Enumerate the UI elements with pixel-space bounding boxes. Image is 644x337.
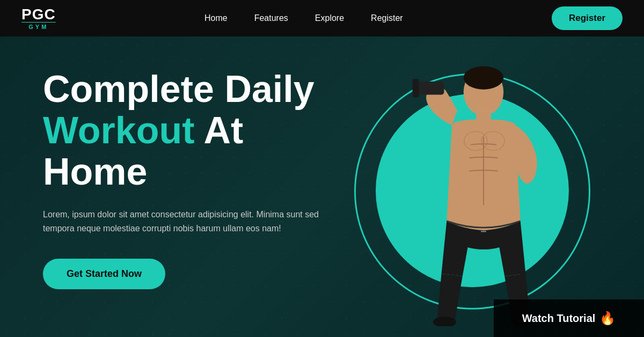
register-button[interactable]: Register — [552, 6, 623, 30]
athlete-figure — [371, 53, 596, 326]
nav-item-features[interactable]: Features — [254, 13, 288, 23]
navbar: PGC GYM Home Features Explore Register R… — [0, 0, 644, 36]
hero-content: Complete Daily Workout At Home Lorem, ip… — [43, 69, 333, 289]
hero-image-area — [333, 47, 612, 326]
logo: PGC GYM — [21, 7, 56, 30]
nav-link-features[interactable]: Features — [254, 13, 288, 23]
hero-title: Complete Daily Workout At Home — [43, 69, 333, 193]
fire-icon: 🔥 — [599, 311, 616, 326]
hero-section: Complete Daily Workout At Home Lorem, ip… — [0, 36, 644, 337]
watch-tutorial-text: Watch Tutorial — [522, 312, 596, 325]
svg-point-1 — [464, 67, 504, 90]
nav-links: Home Features Explore Register — [204, 13, 403, 23]
nav-link-explore[interactable]: Explore — [315, 13, 344, 23]
nav-item-home[interactable]: Home — [204, 13, 228, 23]
nav-link-home[interactable]: Home — [204, 13, 228, 23]
hero-description: Lorem, ipsum dolor sit amet consectetur … — [43, 208, 333, 235]
hero-title-home: Home — [43, 151, 147, 193]
logo-sub: GYM — [21, 22, 56, 30]
logo-pgc: PGC — [21, 6, 56, 23]
get-started-button[interactable]: Get Started Now — [43, 259, 165, 289]
hero-title-highlight: Workout — [43, 109, 195, 151]
hero-title-line1: Complete Daily — [43, 68, 314, 110]
logo-text: PGC — [21, 7, 56, 22]
svg-rect-4 — [413, 79, 419, 97]
nav-item-explore[interactable]: Explore — [315, 13, 344, 23]
svg-rect-3 — [415, 82, 444, 95]
nav-link-register[interactable]: Register — [371, 13, 403, 23]
nav-item-register[interactable]: Register — [371, 13, 403, 23]
hero-buttons: Get Started Now — [43, 259, 333, 289]
hero-title-at: At — [195, 109, 244, 151]
watch-tutorial-area[interactable]: Watch Tutorial 🔥 — [494, 299, 644, 337]
